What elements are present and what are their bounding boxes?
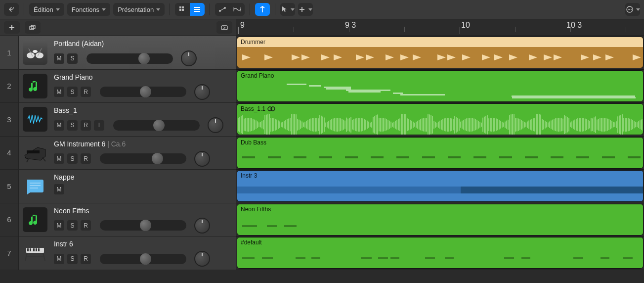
track-header[interactable]: 7Instr 6MSR: [0, 236, 236, 270]
pan-knob[interactable]: [208, 117, 223, 133]
track-name[interactable]: Nappe: [54, 173, 232, 181]
list-view-button[interactable]: [190, 3, 205, 16]
add-tool-button[interactable]: [298, 3, 313, 16]
region[interactable]: #default: [237, 237, 644, 269]
svg-line-44: [43, 253, 45, 261]
track-header[interactable]: 4GM Instrument 6 | Ca.6MSR: [0, 137, 236, 170]
volume-slider[interactable]: [100, 254, 186, 264]
region[interactable]: Dub Bass: [237, 137, 644, 169]
record-button[interactable]: R: [81, 254, 91, 264]
track-number: 6: [0, 203, 19, 236]
pan-knob[interactable]: [181, 50, 197, 66]
track-name[interactable]: Instr 6: [54, 240, 232, 248]
ruler-label: 10: [461, 21, 470, 30]
region[interactable]: Instr 3: [237, 170, 644, 202]
svg-rect-31: [27, 150, 40, 153]
region[interactable]: Bass_1.1: [237, 103, 644, 135]
mute-button[interactable]: M: [54, 220, 64, 231]
track-header[interactable]: 6Neon FifthsMSR: [0, 203, 236, 237]
track-icon[interactable]: [19, 137, 51, 170]
track-number: 2: [0, 70, 19, 103]
region-label: Grand Piano: [241, 72, 274, 79]
solo-button[interactable]: S: [67, 254, 78, 264]
mute-button[interactable]: M: [54, 254, 64, 264]
volume-slider[interactable]: [100, 220, 186, 231]
solo-button[interactable]: S: [67, 53, 78, 64]
svg-point-47: [271, 107, 275, 111]
flex-button[interactable]: [230, 3, 245, 16]
catch-header-button[interactable]: [216, 21, 232, 34]
svg-point-26: [27, 52, 35, 58]
track-header[interactable]: 5NappeM: [0, 170, 236, 203]
solo-button[interactable]: S: [67, 220, 78, 231]
region[interactable]: Drummer: [237, 37, 644, 68]
volume-slider[interactable]: [86, 53, 173, 64]
track-name[interactable]: Neon Fifths: [54, 207, 232, 215]
solo-button[interactable]: S: [67, 87, 78, 97]
track-list: 1Portland (Aidan)MS2Grand PianoMSR3Bass_…: [0, 36, 236, 283]
svg-rect-23: [221, 26, 227, 30]
track-icon[interactable]: [19, 36, 51, 69]
svg-line-33: [27, 158, 29, 162]
pointer-tool-button[interactable]: [280, 3, 295, 16]
input-button[interactable]: I: [94, 120, 104, 131]
track-header-bar: [0, 19, 236, 36]
mute-button[interactable]: M: [54, 153, 64, 164]
record-button[interactable]: R: [81, 220, 91, 231]
svg-rect-39: [30, 248, 31, 251]
track-name[interactable]: Grand Piano: [54, 73, 232, 81]
arrangement-area[interactable]: DrummerGrand PianoBass_1.1Dub BassInstr …: [236, 36, 644, 283]
catch-playhead-button[interactable]: [255, 3, 270, 16]
mute-button[interactable]: M: [54, 120, 64, 131]
pan-knob[interactable]: [194, 84, 210, 100]
solo-button[interactable]: S: [67, 153, 78, 164]
region-label: Bass_1.1: [241, 105, 265, 112]
menu-presentation[interactable]: Présentation: [113, 3, 165, 16]
svg-point-18: [631, 9, 632, 10]
back-arrow-button[interactable]: [4, 3, 19, 16]
track-icon[interactable]: [19, 170, 51, 203]
more-menu-button[interactable]: [625, 3, 640, 16]
track-icon[interactable]: [19, 70, 51, 103]
track-icon[interactable]: [19, 103, 51, 136]
record-button[interactable]: R: [81, 153, 91, 164]
track-name[interactable]: Portland (Aidan): [54, 40, 232, 47]
grid-view-button[interactable]: [175, 3, 190, 16]
pan-knob[interactable]: [194, 251, 210, 267]
pan-knob[interactable]: [194, 151, 210, 167]
track-header[interactable]: 1Portland (Aidan)MS: [0, 36, 236, 70]
svg-line-25: [223, 28, 225, 29]
menu-edition[interactable]: Édition: [29, 3, 64, 16]
track-icon[interactable]: [19, 203, 51, 236]
record-button[interactable]: R: [81, 120, 91, 131]
track-icon[interactable]: [19, 236, 51, 270]
volume-slider[interactable]: [100, 87, 186, 97]
menu-label: Édition: [34, 6, 53, 13]
svg-point-27: [36, 52, 43, 58]
track-name[interactable]: GM Instrument 6 | Ca.6: [54, 140, 232, 148]
region-label: Drummer: [241, 39, 265, 46]
menu-fonctions[interactable]: Fonctions: [67, 3, 110, 16]
track-header[interactable]: 3Bass_1MSRI: [0, 103, 236, 137]
add-track-button[interactable]: [4, 21, 20, 34]
region[interactable]: Neon Fifths: [237, 204, 644, 236]
mute-button[interactable]: M: [54, 184, 64, 194]
pan-knob[interactable]: [194, 218, 210, 234]
region-header: Bass_1.1: [237, 104, 643, 114]
svg-rect-21: [30, 26, 34, 30]
track-name[interactable]: Bass_1: [54, 106, 232, 114]
svg-rect-2: [179, 9, 181, 11]
mute-button[interactable]: M: [54, 53, 64, 64]
timeline-ruler[interactable]: 9 9 3 10 10 3: [236, 19, 644, 36]
track-header[interactable]: 2Grand PianoMSR: [0, 70, 236, 103]
record-button[interactable]: R: [81, 87, 91, 97]
duplicate-track-button[interactable]: [25, 21, 41, 34]
mute-button[interactable]: M: [54, 87, 64, 97]
region-label: Neon Fifths: [241, 206, 271, 213]
automation-button[interactable]: [215, 3, 230, 16]
solo-button[interactable]: S: [67, 120, 78, 131]
volume-slider[interactable]: [113, 120, 200, 131]
svg-rect-1: [182, 6, 184, 8]
region[interactable]: Grand Piano: [237, 70, 644, 102]
volume-slider[interactable]: [100, 153, 186, 164]
